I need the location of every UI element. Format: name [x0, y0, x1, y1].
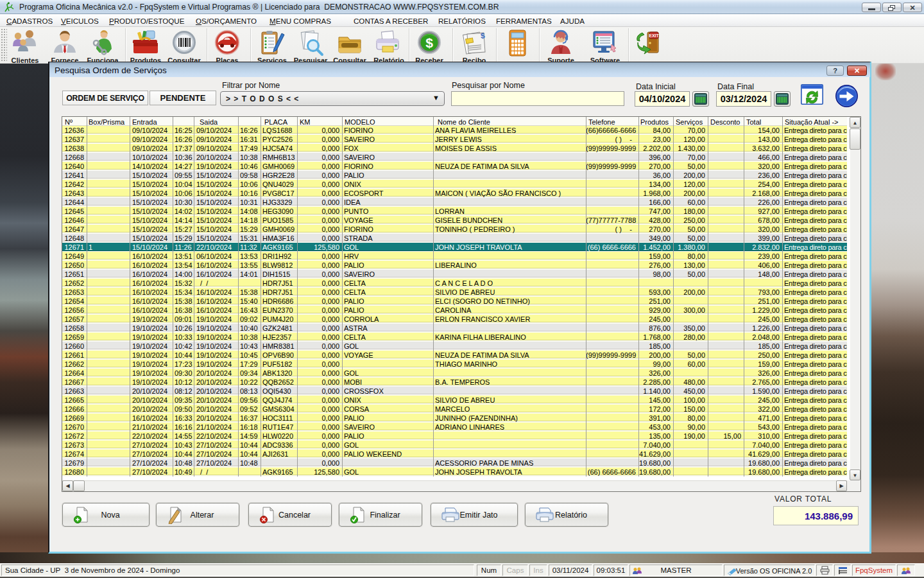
svg-text:EXIT: EXIT	[649, 33, 659, 38]
svg-text:$: $	[481, 31, 486, 40]
svg-text:$: $	[425, 35, 433, 50]
